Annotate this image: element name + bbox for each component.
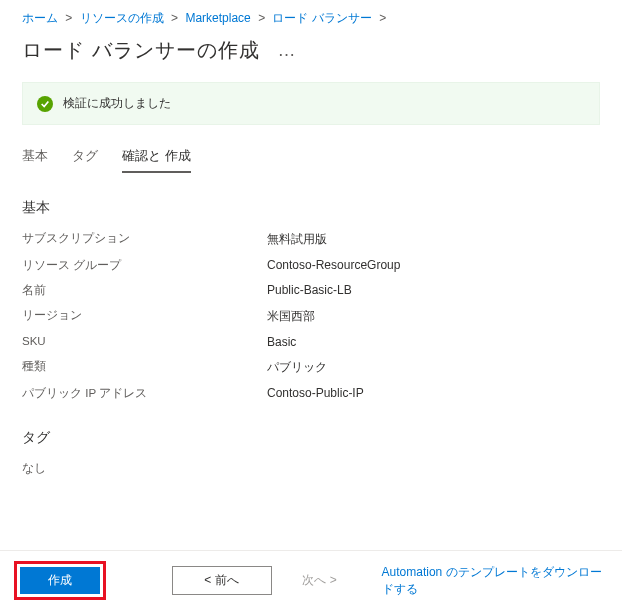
value-sku: Basic xyxy=(267,335,296,349)
row-public-ip: パブリック IP アドレス Contoso-Public-IP xyxy=(22,386,600,401)
section-basic-title: 基本 xyxy=(22,199,600,217)
breadcrumb: ホーム > リソースの作成 > Marketplace > ロード バランサー … xyxy=(0,0,622,33)
value-subscription: 無料試用版 xyxy=(267,231,327,248)
download-automation-template-link[interactable]: Automation のテンプレートをダウンロードする xyxy=(382,564,608,598)
validation-message: 検証に成功しました xyxy=(63,95,171,112)
section-tags-title: タグ xyxy=(22,429,600,447)
review-content: 基本 サブスクリプション 無料試用版 リソース グループ Contoso-Res… xyxy=(0,173,622,496)
breadcrumb-marketplace[interactable]: Marketplace xyxy=(185,11,250,25)
value-region: 米国西部 xyxy=(267,308,315,325)
success-icon xyxy=(37,96,53,112)
value-public-ip: Contoso-Public-IP xyxy=(267,386,364,401)
row-resource-group: リソース グループ Contoso-ResourceGroup xyxy=(22,258,600,273)
create-button[interactable]: 作成 xyxy=(20,567,100,594)
row-name: 名前 Public-Basic-LB xyxy=(22,283,600,298)
tab-review-create[interactable]: 確認と 作成 xyxy=(122,147,191,173)
row-region: リージョン 米国西部 xyxy=(22,308,600,325)
value-type: パブリック xyxy=(267,359,327,376)
breadcrumb-sep: > xyxy=(379,11,386,25)
label-sku: SKU xyxy=(22,335,267,349)
label-name: 名前 xyxy=(22,283,267,298)
breadcrumb-sep: > xyxy=(65,11,72,25)
value-name: Public-Basic-LB xyxy=(267,283,352,298)
breadcrumb-sep: > xyxy=(258,11,265,25)
label-type: 種類 xyxy=(22,359,267,376)
row-subscription: サブスクリプション 無料試用版 xyxy=(22,231,600,248)
breadcrumb-home[interactable]: ホーム xyxy=(22,11,58,25)
tab-basic[interactable]: 基本 xyxy=(22,147,48,173)
footer: 作成 < 前へ 次へ > Automation のテンプレートをダウンロードする xyxy=(0,550,622,610)
more-menu-button[interactable]: … xyxy=(278,40,296,61)
breadcrumb-create-resource[interactable]: リソースの作成 xyxy=(80,11,164,25)
tabs: 基本 タグ 確認と 作成 xyxy=(0,147,622,173)
page-title: ロード バランサーの作成 xyxy=(22,37,260,64)
label-resource-group: リソース グループ xyxy=(22,258,267,273)
tags-empty: なし xyxy=(22,461,600,476)
label-public-ip: パブリック IP アドレス xyxy=(22,386,267,401)
breadcrumb-sep: > xyxy=(171,11,178,25)
tab-tags[interactable]: タグ xyxy=(72,147,98,173)
tags-empty-text: なし xyxy=(22,461,267,476)
row-type: 種類 パブリック xyxy=(22,359,600,376)
label-subscription: サブスクリプション xyxy=(22,231,267,248)
value-resource-group: Contoso-ResourceGroup xyxy=(267,258,400,273)
previous-button[interactable]: < 前へ xyxy=(172,566,272,595)
validation-banner: 検証に成功しました xyxy=(22,82,600,125)
row-sku: SKU Basic xyxy=(22,335,600,349)
next-button: 次へ > xyxy=(280,567,360,594)
breadcrumb-load-balancer[interactable]: ロード バランサー xyxy=(272,11,371,25)
label-region: リージョン xyxy=(22,308,267,325)
create-highlight: 作成 xyxy=(14,561,106,600)
page-header: ロード バランサーの作成 … xyxy=(0,33,622,78)
